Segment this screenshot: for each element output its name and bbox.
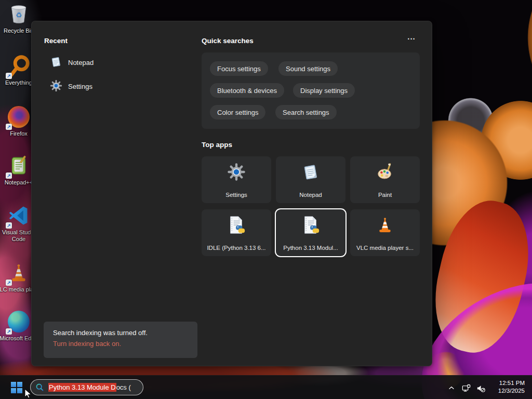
quick-search-pill[interactable]: Sound settings <box>278 61 338 76</box>
firefox-icon: ↗ <box>7 105 31 129</box>
notepad-icon <box>50 56 62 70</box>
taskbar: Python 3.13 Module Docs ( <box>0 375 532 399</box>
recent-item-label: Settings <box>68 83 92 90</box>
quick-search-pill[interactable]: Search settings <box>275 105 337 119</box>
vlc-icon <box>350 214 420 236</box>
notepad-plus-plus-icon: ↗ <box>7 154 31 178</box>
quick-searches-card: Focus settings Sound settings Bluetooth … <box>202 52 420 129</box>
tile-label: IDLE (Python 3.13 6... <box>204 245 269 251</box>
taskbar-search-input[interactable]: Python 3.13 Module Docs ( <box>30 379 143 395</box>
top-app-tile-settings[interactable]: Settings <box>202 156 271 203</box>
recent-item-label: Notepad <box>68 59 94 66</box>
desktop-icon-label: Firefox <box>10 130 28 137</box>
gear-icon <box>202 161 271 183</box>
tray-chevron-up-button[interactable] <box>445 382 458 394</box>
shortcut-arrow-icon: ↗ <box>6 222 12 229</box>
python-doc-icon <box>202 214 271 236</box>
desktop-icon-label: Notepad++ <box>5 179 33 186</box>
top-app-tile-python-module-docs[interactable]: Python 3.13 Modul... <box>276 209 345 256</box>
tile-label: Paint <box>352 192 418 198</box>
notepad-icon <box>276 161 345 183</box>
tile-label: Python 3.13 Modul... <box>278 245 343 251</box>
recent-section-title: Recent <box>44 37 68 45</box>
svg-text:♻: ♻ <box>16 11 22 19</box>
search-icon <box>35 383 44 392</box>
clock-date: 12/3/2025 <box>498 387 525 395</box>
shortcut-arrow-icon: ↗ <box>6 328 12 335</box>
tile-label: Notepad <box>278 192 343 198</box>
gear-icon <box>50 79 62 94</box>
windows-logo-icon <box>11 382 22 393</box>
speaker-muted-icon <box>476 383 486 393</box>
clock-time: 12:51 PM <box>498 379 525 387</box>
everything-icon: ↗ <box>7 54 31 78</box>
shortcut-arrow-icon: ↗ <box>6 73 12 79</box>
tray-clock[interactable]: 12:51 PM 12/3/2025 <box>498 379 525 395</box>
more-options-button[interactable]: ... <box>403 34 420 44</box>
desktop-icon-label: Recycle Bin <box>4 28 34 34</box>
desktop-icon-label: Everything <box>5 79 32 86</box>
recent-item-notepad[interactable]: Notepad <box>50 56 94 70</box>
top-apps-title: Top apps <box>202 141 232 149</box>
top-app-tile-idle-python[interactable]: IDLE (Python 3.13 6... <box>202 209 271 256</box>
quick-search-pill[interactable]: Bluetooth & devices <box>210 83 284 98</box>
turn-indexing-on-link[interactable]: Turn indexing back on. <box>53 340 188 348</box>
search-flyout-panel: Recent Notepad <box>31 21 432 366</box>
tile-label: VLC media player s... <box>352 245 418 251</box>
indexing-notice-message: Search indexing was turned off. <box>53 329 188 337</box>
search-text-selected: Python 3.13 Module D <box>48 383 116 392</box>
visual-studio-code-icon: ↗ <box>7 204 31 228</box>
recycle-bin-icon: ♻ <box>7 2 31 26</box>
tray-volume-button[interactable] <box>474 382 487 394</box>
vlc-icon: ↗ <box>7 261 31 285</box>
top-app-tile-vlc[interactable]: VLC media player s... <box>350 209 420 256</box>
search-text-rest: ocs ( <box>116 383 131 391</box>
shortcut-arrow-icon: ↗ <box>6 280 12 286</box>
recent-item-settings[interactable]: Settings <box>50 79 92 94</box>
tray-network-button[interactable] <box>459 382 473 394</box>
top-app-tile-notepad[interactable]: Notepad <box>276 156 345 203</box>
tile-label: Settings <box>204 192 269 198</box>
python-doc-icon <box>276 214 345 236</box>
top-app-tile-paint[interactable]: Paint <box>350 156 420 203</box>
quick-search-pill[interactable]: Color settings <box>210 105 265 119</box>
quick-searches-title: Quick searches <box>202 37 254 45</box>
network-icon <box>461 383 471 393</box>
indexing-notice: Search indexing was turned off. Turn ind… <box>44 322 197 358</box>
paint-icon <box>350 161 420 183</box>
quick-search-pill[interactable]: Display settings <box>293 83 355 98</box>
chevron-up-icon <box>448 384 455 392</box>
mouse-cursor <box>23 389 33 399</box>
shortcut-arrow-icon: ↗ <box>6 124 12 130</box>
microsoft-edge-icon: ↗ <box>7 310 31 334</box>
quick-search-pill[interactable]: Focus settings <box>210 61 268 76</box>
shortcut-arrow-icon: ↗ <box>6 172 12 179</box>
